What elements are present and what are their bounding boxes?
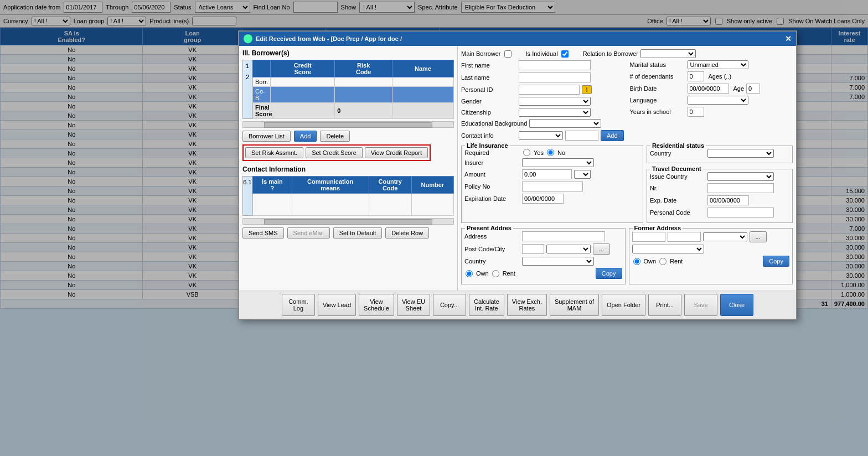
former-address-section: Former Address ... Own Rent	[629, 228, 793, 284]
years-in-school-input[interactable]	[688, 107, 704, 117]
travel-personal-code-input[interactable]	[707, 208, 774, 217]
li-amount-unit-select[interactable]	[574, 170, 591, 179]
relation-to-borrower-select[interactable]	[640, 49, 696, 58]
open-folder-button[interactable]: Open Folder	[602, 294, 645, 316]
former-address-dots-button[interactable]: ...	[750, 231, 767, 242]
bor-credit-2	[271, 87, 335, 103]
borrower-action-buttons: Borrower List Add Delete	[242, 131, 454, 142]
view-exch-rates-button[interactable]: View Exch. Rates	[507, 294, 547, 316]
li-insurer-select[interactable]	[522, 158, 594, 167]
copy-button[interactable]: Copy...	[433, 294, 466, 316]
borrower-row-1[interactable]: Borr.	[253, 77, 454, 87]
calculate-int-rate-button[interactable]: Calculate Int. Rate	[469, 294, 504, 316]
former-own-radio[interactable]	[633, 258, 640, 265]
present-own-radio[interactable]	[466, 270, 473, 277]
send-email-button[interactable]: Send eMail	[287, 227, 330, 239]
present-copy-button[interactable]: Copy	[596, 268, 622, 279]
last-name-input[interactable]	[519, 72, 591, 82]
present-city-select[interactable]	[546, 245, 591, 253]
birth-date-input[interactable]	[688, 84, 729, 94]
modal-close-button[interactable]: ✕	[785, 34, 792, 43]
view-credit-report-button[interactable]: View Credit Report	[365, 147, 428, 158]
contact-info-add-button[interactable]: Add	[601, 130, 624, 141]
former-address-input2[interactable]	[668, 232, 701, 242]
relation-to-borrower-label: Relation to Borrower	[583, 50, 638, 57]
contact-action-buttons: Send SMS Send eMail Set to Default Delet…	[242, 227, 454, 239]
set-to-default-button[interactable]: Set to Default	[333, 227, 383, 239]
li-expiration-input[interactable]	[522, 194, 564, 204]
borrower-table-scrollbar[interactable]	[242, 121, 454, 128]
li-no-label: No	[557, 149, 565, 156]
row-numbers: 1 2	[242, 60, 252, 119]
contact-info-select[interactable]	[519, 131, 563, 140]
personal-id-input[interactable]	[519, 85, 580, 95]
supplement-of-mam-button[interactable]: Supplement of MAM	[550, 294, 599, 316]
li-policy-input[interactable]	[522, 182, 583, 191]
contact-col-country: CountryCode	[369, 177, 411, 194]
bor-credit-1	[271, 77, 335, 87]
present-rent-radio[interactable]	[492, 270, 499, 277]
add-borrower-button[interactable]: Add	[294, 131, 317, 142]
delete-borrower-button[interactable]: Delete	[320, 131, 350, 142]
contact-info-label: Contact info	[461, 132, 516, 139]
li-required-row: Required Yes No	[464, 149, 640, 156]
set-risk-assmnt-button[interactable]: Set Risk Assmnt.	[245, 147, 303, 158]
comm-log-button[interactable]: Comm. Log	[282, 294, 315, 316]
num-dependants-row: # of dependants Ages (..)	[630, 71, 793, 81]
li-amount-input[interactable]	[522, 169, 572, 179]
present-postcode-input[interactable]	[522, 244, 544, 254]
res-country-select[interactable]	[707, 149, 774, 158]
delete-row-button[interactable]: Delete Row	[385, 227, 429, 239]
former-country-row	[632, 245, 790, 253]
personal-id-warning-button[interactable]: !	[582, 85, 592, 94]
set-credit-score-button[interactable]: Set Credit Score	[306, 147, 363, 158]
ages-label: Ages (..)	[709, 73, 732, 80]
view-schedule-button[interactable]: View Schedule	[359, 294, 394, 316]
former-own-rent-row: Own Rent Copy	[632, 256, 790, 267]
travel-nr-input[interactable]	[707, 183, 774, 193]
res-country-label: Country	[650, 150, 705, 157]
view-eu-sheet-button[interactable]: View EU Sheet	[397, 294, 430, 316]
marital-status-select[interactable]: Unmarried	[688, 60, 748, 69]
present-address-input[interactable]	[522, 231, 605, 241]
travel-exp-date-input[interactable]	[707, 195, 749, 205]
row-num-final	[243, 82, 252, 94]
former-rent-radio[interactable]	[659, 258, 666, 265]
first-name-input[interactable]	[519, 60, 591, 70]
close-button[interactable]: Close	[720, 294, 753, 316]
send-sms-button[interactable]: Send SMS	[242, 227, 284, 239]
present-postcode-dots-button[interactable]: ...	[593, 243, 610, 255]
save-button[interactable]: Save	[684, 294, 717, 316]
former-own-label: Own	[644, 258, 657, 265]
borrower-row-2[interactable]: Co-B.	[253, 87, 454, 103]
contact-info-section-title: Contact Information	[242, 165, 454, 173]
main-borrower-checkbox[interactable]	[504, 50, 512, 58]
is-individual-checkbox[interactable]	[561, 50, 569, 58]
years-in-school-label: Years in school	[630, 108, 685, 115]
view-lead-button[interactable]: View Lead	[318, 294, 356, 316]
li-no-radio[interactable]	[547, 149, 554, 156]
gender-select[interactable]	[519, 97, 591, 106]
citizenship-select[interactable]	[519, 108, 591, 117]
contact-info-input[interactable]	[565, 131, 598, 141]
bor-col-name: Name	[392, 60, 454, 77]
print-button[interactable]: Print...	[648, 294, 681, 316]
present-country-select[interactable]	[522, 257, 594, 266]
travel-issue-country-select[interactable]	[707, 172, 774, 181]
present-address-title: Present Addres	[465, 225, 513, 231]
modal-dialog: Edit Received from Web - [Doc Prep / App…	[238, 30, 797, 320]
modal-body: III. Borrower(s) 1 2 CreditScore RiskCo	[239, 46, 796, 291]
age-label: Age	[733, 85, 745, 92]
num-dependants-input[interactable]	[688, 71, 704, 81]
borrower-list-button[interactable]: Borrower List	[242, 131, 291, 142]
language-select[interactable]	[688, 96, 748, 105]
former-copy-button[interactable]: Copy	[763, 256, 789, 267]
age-input[interactable]	[746, 84, 760, 94]
former-country-select[interactable]	[632, 245, 704, 253]
educational-bg-select[interactable]	[529, 119, 601, 128]
former-address-input[interactable]	[632, 232, 665, 242]
former-address-select[interactable]	[703, 232, 747, 241]
contact-col-comm: Communicationmeans	[292, 177, 369, 194]
contact-table-scrollbar[interactable]	[242, 218, 454, 225]
li-yes-radio[interactable]	[523, 149, 530, 156]
